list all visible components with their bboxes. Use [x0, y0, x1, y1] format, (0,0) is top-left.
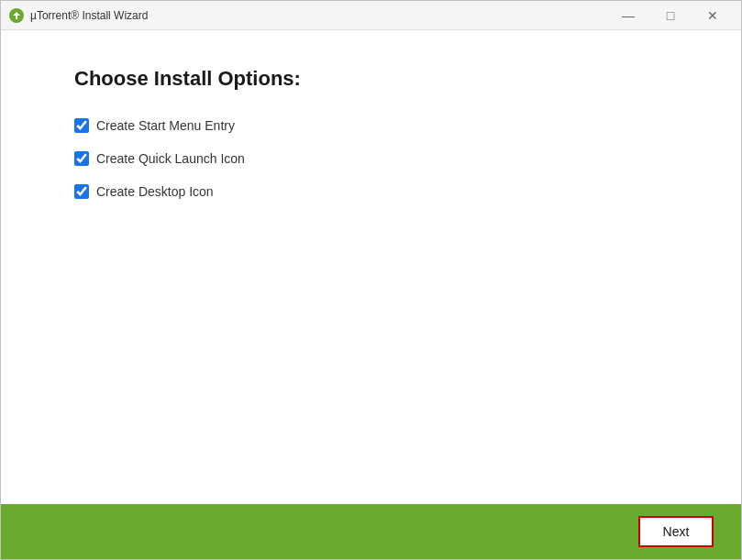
minimize-button[interactable]: —	[607, 1, 649, 30]
checkbox-label-start-menu: Create Start Menu Entry	[96, 118, 235, 133]
next-button[interactable]: Next	[638, 516, 714, 547]
window-title: µTorrent® Install Wizard	[30, 9, 607, 22]
checkbox-group: Create Start Menu Entry Create Quick Lau…	[74, 118, 668, 199]
checkbox-label-desktop-icon: Create Desktop Icon	[96, 184, 214, 199]
maximize-button[interactable]: □	[649, 1, 692, 30]
app-icon	[8, 7, 25, 24]
titlebar: µTorrent® Install Wizard — □ ✕	[1, 1, 741, 30]
checkbox-desktop-icon[interactable]	[74, 184, 89, 199]
install-wizard-window: µTorrent® Install Wizard — □ ✕ Choose In…	[0, 0, 742, 560]
main-content: Choose Install Options: Create Start Men…	[1, 30, 741, 504]
checkbox-label-quick-launch: Create Quick Launch Icon	[96, 151, 245, 166]
footer: Next	[1, 504, 741, 559]
checkbox-item-desktop-icon[interactable]: Create Desktop Icon	[74, 184, 668, 199]
checkbox-quick-launch[interactable]	[74, 151, 89, 166]
checkbox-item-quick-launch[interactable]: Create Quick Launch Icon	[74, 151, 668, 166]
window-controls: — □ ✕	[607, 1, 734, 30]
checkbox-start-menu[interactable]	[74, 118, 89, 133]
checkbox-item-start-menu[interactable]: Create Start Menu Entry	[74, 118, 668, 133]
section-title: Choose Install Options:	[74, 67, 668, 91]
close-button[interactable]: ✕	[692, 1, 734, 30]
